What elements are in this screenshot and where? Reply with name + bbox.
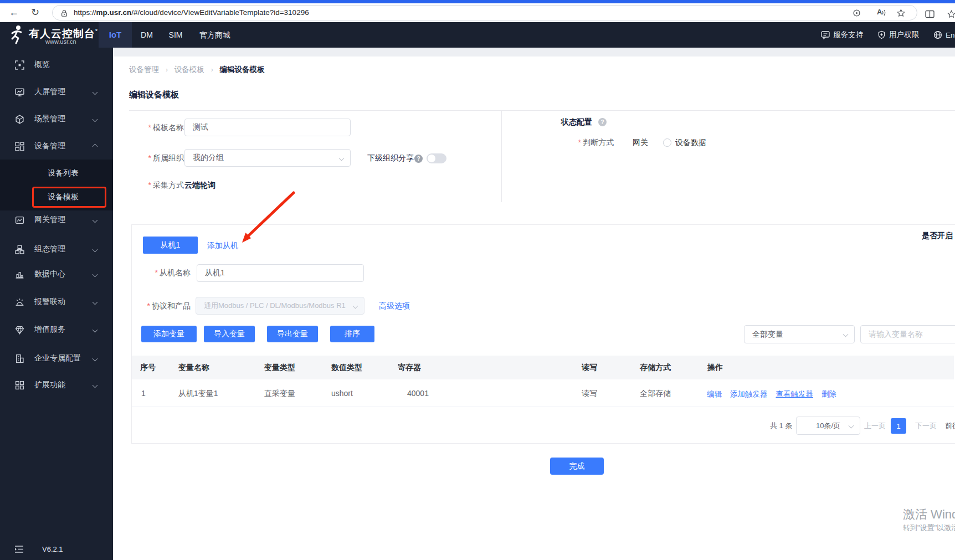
slave-tab-1[interactable]: 从机1 xyxy=(143,237,198,254)
screen: ← ↻ https://mp.usr.cn/#/cloud/device/Vie… xyxy=(0,0,955,560)
user-permission[interactable]: 用户权限 xyxy=(877,30,919,40)
current-page-button[interactable]: 1 xyxy=(891,418,906,434)
sidebar-item-scene[interactable]: 场景管理 xyxy=(0,108,113,130)
collapse-sidebar-icon[interactable] xyxy=(14,545,24,553)
read-aloud-icon[interactable]: A xyxy=(877,8,886,16)
finish-button[interactable]: 完成 xyxy=(550,458,604,475)
slave-name-label: *从机名称 xyxy=(140,268,191,278)
sidebar-item-config[interactable]: 组态管理 xyxy=(0,238,113,260)
th-variable-name: 变量名称 xyxy=(178,356,209,379)
cell-index: 1 xyxy=(141,379,146,407)
th-read-write: 读写 xyxy=(582,356,597,379)
template-name-label: *模板名称 xyxy=(133,123,184,133)
advanced-options-link[interactable]: 高级选项 xyxy=(379,301,410,311)
sidebar-item-datacenter[interactable]: 数据中心 xyxy=(0,263,113,285)
slave-name-input[interactable]: 从机1 xyxy=(197,264,364,282)
chevron-down-icon xyxy=(93,271,98,277)
refresh-icon[interactable]: ↻ xyxy=(31,7,39,18)
chevron-down-icon xyxy=(93,356,98,361)
variable-search-input[interactable]: 请输入变量名称 xyxy=(860,325,955,343)
chevron-down-icon xyxy=(93,382,98,388)
title-divider xyxy=(129,110,955,111)
big-screen-icon xyxy=(15,88,24,97)
data-center-icon xyxy=(15,270,24,279)
device-manage-icon xyxy=(15,142,24,151)
column-divider xyxy=(501,110,502,202)
chevron-down-icon xyxy=(93,299,98,305)
split-screen-icon[interactable] xyxy=(925,10,935,18)
variable-filter-select[interactable]: 全部变量 xyxy=(744,325,855,343)
app-header: 有人云控制台° www.usr.cn IoT DM SIM 官方商城 服务支持 … xyxy=(0,22,955,48)
pagination-total: 共 1 条 xyxy=(770,417,792,435)
collections-icon[interactable] xyxy=(947,10,955,18)
export-variable-button[interactable]: 导出变量 xyxy=(267,326,318,342)
sidebar-item-vas[interactable]: 增值服务 xyxy=(0,318,113,341)
tab-official-mall[interactable]: 官方商城 xyxy=(192,22,238,48)
template-name-input[interactable]: 测试 xyxy=(184,119,351,136)
th-actions: 操作 xyxy=(707,356,723,379)
site-info-lock-icon[interactable] xyxy=(60,9,68,17)
delete-link[interactable]: 删除 xyxy=(821,389,836,399)
row-actions: 编辑 添加触发器 查看触发器 删除 xyxy=(707,389,836,399)
radio-device-data-label[interactable]: 设备数据 xyxy=(675,138,706,148)
service-support[interactable]: 服务支持 xyxy=(821,30,863,40)
prev-page-button[interactable]: 上一页 xyxy=(864,417,886,435)
sidebar-item-device-list[interactable]: 设备列表 xyxy=(0,162,113,184)
language-switch[interactable]: English xyxy=(933,30,955,39)
back-icon[interactable]: ← xyxy=(9,7,19,18)
th-storage: 存储方式 xyxy=(640,356,671,379)
content-top-gutter xyxy=(113,48,955,56)
tab-sim[interactable]: SIM xyxy=(161,22,190,48)
collect-mode-label: *采集方式 xyxy=(133,181,184,191)
share-label: 下级组织分享 xyxy=(367,153,414,163)
cell-register: 40001 xyxy=(407,379,429,407)
cell-data-type: ushort xyxy=(331,379,353,407)
th-data-type: 数值类型 xyxy=(331,356,362,379)
add-trigger-link[interactable]: 添加触发器 xyxy=(730,389,768,399)
usr-logo-icon[interactable] xyxy=(8,24,25,45)
address-bar[interactable]: https://mp.usr.cn/#/cloud/device/ViewEdi… xyxy=(52,5,917,20)
app-subtitle: www.usr.cn xyxy=(45,38,76,45)
org-select[interactable]: 我的分组 xyxy=(184,149,351,167)
add-variable-button[interactable]: 添加变量 xyxy=(141,326,197,342)
tab-dm[interactable]: DM xyxy=(133,22,161,48)
th-register: 寄存器 xyxy=(398,356,421,379)
sidebar-item-extension[interactable]: 扩展功能 xyxy=(0,374,113,396)
help-question-icon[interactable]: ? xyxy=(414,155,423,163)
collect-mode-value: 云端轮询 xyxy=(184,181,215,191)
radio-gateway-label[interactable]: 网关 xyxy=(633,138,648,148)
radio-device-data[interactable] xyxy=(663,138,671,147)
sidebar-item-device[interactable]: 设备管理 xyxy=(0,135,113,157)
sidebar-item-alarm[interactable]: 报警联动 xyxy=(0,291,113,313)
sidebar-item-enterprise[interactable]: 企业专属配置 xyxy=(0,347,113,369)
breadcrumb-device-manage[interactable]: 设备管理 xyxy=(129,65,159,74)
tab-iot[interactable]: IoT xyxy=(99,22,132,48)
breadcrumb-separator: › xyxy=(166,66,168,74)
share-toggle[interactable] xyxy=(427,153,446,163)
view-trigger-link[interactable]: 查看触发器 xyxy=(776,389,814,399)
gateway-manage-icon xyxy=(15,215,24,225)
favorite-star-icon[interactable] xyxy=(897,9,905,17)
breadcrumb-current: 编辑设备模板 xyxy=(220,65,265,74)
alarm-icon xyxy=(15,297,24,307)
help-question-icon[interactable]: ? xyxy=(598,118,607,126)
annotation-arrow xyxy=(232,187,304,249)
breadcrumb-device-template[interactable]: 设备模板 xyxy=(174,65,204,74)
sidebar-item-overview[interactable]: 概览 xyxy=(0,54,113,76)
extension-grid-icon xyxy=(15,381,24,390)
page-title: 编辑设备模板 xyxy=(129,90,179,100)
gem-icon xyxy=(15,325,24,335)
hmi-config-icon xyxy=(15,245,24,254)
chevron-down-icon xyxy=(93,116,98,122)
chevron-down-icon xyxy=(353,303,358,309)
sort-button[interactable]: 排序 xyxy=(330,326,374,342)
import-variable-button[interactable]: 导入变量 xyxy=(204,326,255,342)
sidebar-item-bigscreen[interactable]: 大屏管理 xyxy=(0,81,113,103)
chat-icon xyxy=(821,30,830,39)
next-page-button[interactable]: 下一页 xyxy=(915,417,937,435)
location-icon[interactable] xyxy=(853,9,861,17)
sidebar-item-gateway[interactable]: 网关管理 xyxy=(0,209,113,231)
page-size-select[interactable]: 10条/页 xyxy=(796,417,860,435)
edit-link[interactable]: 编辑 xyxy=(707,389,722,399)
goto-page-label: 前往 xyxy=(945,417,955,435)
